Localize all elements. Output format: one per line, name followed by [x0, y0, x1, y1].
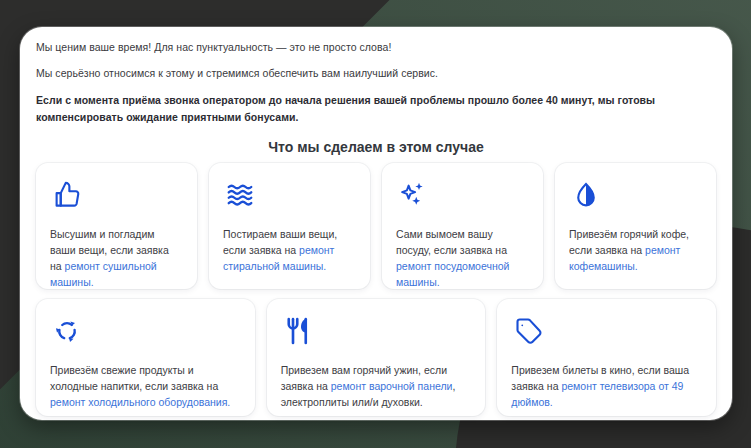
bonus-card-dishes: Сами вымоем вашу посуду, если заявка на …	[382, 163, 543, 289]
water-drop-icon	[571, 180, 601, 210]
bonus-card-link[interactable]: ремонт сушильной машины.	[50, 260, 157, 288]
bonus-card-fridge: Привезём свежие продукты и холодные напи…	[36, 299, 255, 416]
bonus-card-text-before: Сами вымоем вашу посуду, если заявка на	[396, 228, 507, 256]
bonus-card-text: Высушим и погладим ваши вещи, если заявк…	[50, 226, 183, 289]
waves-icon	[225, 180, 255, 210]
intro-line-2: Мы серьёзно относимся к этому и стремимс…	[36, 66, 716, 81]
utensils-icon	[283, 316, 313, 346]
bonus-card-link[interactable]: ремонт посудомоечной машины.	[396, 260, 509, 288]
bonus-card-link[interactable]: ремонт холодильного оборудования.	[50, 396, 230, 408]
bonus-card-link[interactable]: ремонт варочной панели	[331, 380, 453, 392]
bonus-card-text: Сами вымоем вашу посуду, если заявка на …	[396, 226, 529, 289]
tag-icon	[513, 316, 543, 346]
bonus-card-text: Привезем билеты в кино, если ваша заявка…	[511, 362, 702, 410]
sparkles-icon	[398, 180, 428, 210]
bonus-cards-row-2: Привезём свежие продукты и холодные напи…	[36, 299, 716, 416]
section-heading: Что мы сделаем в этом случае	[36, 139, 716, 155]
bonus-card-washing: Постираем ваши вещи, если заявка на ремо…	[209, 163, 370, 289]
bonus-card-coffee: Привезём горячий кофе, если заявка на ре…	[555, 163, 716, 289]
bonus-card-dinner: Привезем вам горячий ужин, если заявка н…	[267, 299, 486, 416]
bonus-cards-row-1: Высушим и погладим ваши вещи, если заявк…	[36, 163, 716, 289]
bonus-card-drying: Высушим и погладим ваши вещи, если заявк…	[36, 163, 197, 289]
bonus-card-text: Привезём свежие продукты и холодные напи…	[50, 362, 241, 410]
bonus-card-text: Привезем вам горячий ужин, если заявка н…	[281, 362, 472, 410]
bonus-card-text: Постираем ваши вещи, если заявка на ремо…	[223, 226, 356, 274]
bonus-card-text-before: Привезём свежие продукты и холодные напи…	[50, 364, 218, 392]
intro-line-1: Мы ценим ваше время! Для нас пунктуально…	[36, 40, 716, 55]
bonus-card-text: Привезём горячий кофе, если заявка на ре…	[569, 226, 702, 274]
recycle-icon	[52, 316, 82, 346]
punctuality-panel: Мы ценим ваше время! Для нас пунктуально…	[20, 27, 732, 420]
bonus-card-cinema: Привезем билеты в кино, если ваша заявка…	[497, 299, 716, 416]
thumbs-up-icon	[52, 180, 82, 210]
intro-line-3-bold: Если с момента приёма звонка оператором …	[36, 92, 716, 126]
